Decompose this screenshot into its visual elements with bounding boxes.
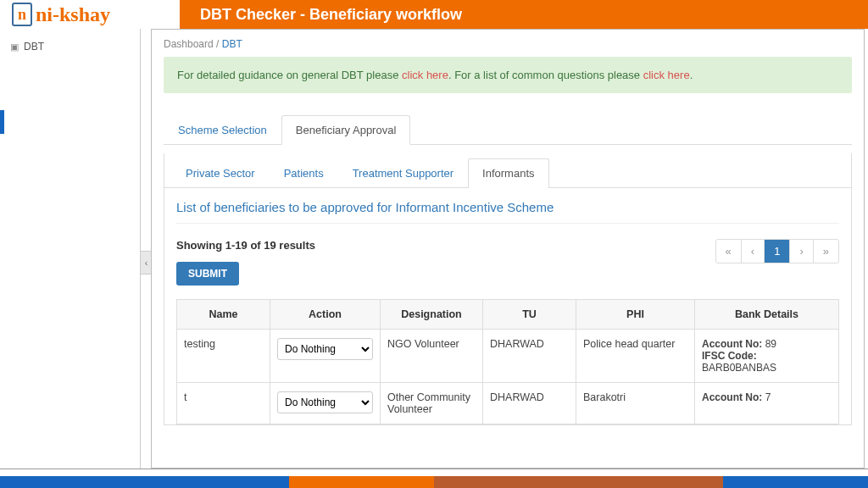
cell-action: Do Nothing bbox=[270, 330, 381, 383]
logo-icon bbox=[12, 3, 32, 26]
logo-text: ni-kshay bbox=[36, 3, 110, 26]
pager-last[interactable]: » bbox=[813, 240, 838, 263]
cell-tu: DHARWAD bbox=[483, 330, 576, 383]
pagination: « ‹ 1 › » bbox=[715, 239, 839, 263]
page-title: DBT Checker - Beneficiary workflow bbox=[200, 6, 462, 24]
table-row: t Do Nothing Other Community Volunteer D… bbox=[177, 383, 839, 424]
breadcrumb: Dashboard / DBT bbox=[164, 30, 852, 57]
cell-phi: Barakotri bbox=[576, 383, 695, 424]
action-select[interactable]: Do Nothing bbox=[277, 338, 373, 360]
cell-name: testing bbox=[177, 330, 270, 383]
action-select[interactable]: Do Nothing bbox=[277, 391, 373, 413]
th-phi: PHI bbox=[576, 300, 695, 330]
info-notice: For detailed guidance on general DBT ple… bbox=[164, 57, 852, 93]
cell-tu: DHARWAD bbox=[483, 383, 576, 424]
faq-link[interactable]: click here bbox=[643, 69, 690, 81]
cell-bank: Account No: 7 bbox=[695, 383, 839, 424]
cell-designation: Other Community Volunteer bbox=[381, 383, 483, 424]
th-designation: Designation bbox=[381, 300, 483, 330]
submit-button[interactable]: SUBMIT bbox=[176, 262, 239, 286]
page-title-bar: DBT Checker - Beneficiary workflow bbox=[180, 0, 868, 29]
table-row: testing Do Nothing NGO Volunteer DHARWAD… bbox=[177, 330, 839, 383]
guidance-link[interactable]: click here bbox=[402, 69, 448, 81]
th-name: Name bbox=[177, 300, 270, 330]
secondary-tabs: Private Sector Patients Treatment Suppor… bbox=[164, 153, 851, 188]
pager-next[interactable]: › bbox=[789, 240, 812, 263]
th-bank: Bank Details bbox=[695, 300, 839, 330]
footer-stripes bbox=[0, 476, 868, 488]
logo-area: ni-kshay bbox=[0, 0, 180, 29]
subtab-informants[interactable]: Informants bbox=[468, 158, 548, 188]
sidebar-item-dbt[interactable]: ▣ DBT bbox=[0, 36, 140, 58]
pager-prev[interactable]: ‹ bbox=[741, 240, 764, 263]
pager-first[interactable]: « bbox=[716, 240, 741, 263]
tab-beneficiary-approval[interactable]: Beneficiary Approval bbox=[281, 115, 411, 145]
cell-bank: Account No: 89 IFSC Code: BARB0BANBAS bbox=[695, 330, 839, 383]
breadcrumb-root[interactable]: Dashboard bbox=[164, 38, 214, 50]
cell-name: t bbox=[177, 383, 270, 424]
subtab-private-sector[interactable]: Private Sector bbox=[171, 158, 270, 187]
results-summary: Showing 1-19 of 19 results bbox=[176, 239, 315, 252]
cell-phi: Police head quarter bbox=[576, 330, 695, 383]
cell-designation: NGO Volunteer bbox=[381, 330, 483, 383]
dbt-icon: ▣ bbox=[10, 42, 19, 53]
list-title: List of beneficiaries to be approved for… bbox=[176, 200, 839, 224]
primary-tabs: Scheme Selection Beneficiary Approval bbox=[164, 115, 852, 145]
th-action: Action bbox=[270, 300, 381, 330]
breadcrumb-current: DBT bbox=[222, 38, 242, 50]
tab-scheme-selection[interactable]: Scheme Selection bbox=[164, 115, 281, 144]
subtab-treatment-supporter[interactable]: Treatment Supporter bbox=[338, 158, 468, 187]
pager-current[interactable]: 1 bbox=[764, 240, 789, 263]
sidebar-accent bbox=[0, 110, 4, 134]
sidebar: ▣ DBT bbox=[0, 29, 141, 469]
sidebar-item-label: DBT bbox=[24, 41, 44, 53]
beneficiary-table: Name Action Designation TU PHI Bank Deta… bbox=[176, 299, 839, 424]
cell-action: Do Nothing bbox=[270, 383, 381, 424]
th-tu: TU bbox=[483, 300, 576, 330]
subtab-patients[interactable]: Patients bbox=[270, 158, 338, 187]
